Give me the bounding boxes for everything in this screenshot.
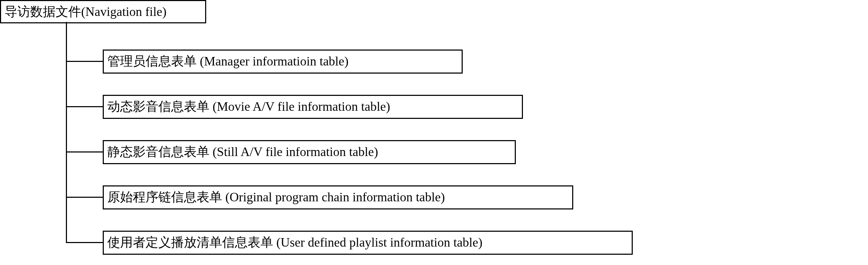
child-label: 动态影音信息表单 (Movie A/V file information tab…: [104, 96, 522, 117]
diagram-canvas: 导访数据文件(Navigation file) 管理员信息表单 (Manager…: [0, 0, 868, 265]
child-node-original-pgc: 原始程序链信息表单 (Original program chain inform…: [103, 185, 573, 209]
connector-h-1: [66, 106, 103, 107]
connector-h-4: [66, 242, 103, 243]
connector-h-0: [66, 61, 103, 62]
child-node-movie-av: 动态影音信息表单 (Movie A/V file information tab…: [103, 95, 523, 119]
child-label: 原始程序链信息表单 (Original program chain inform…: [104, 186, 572, 208]
root-label: 导访数据文件(Navigation file): [1, 1, 205, 22]
child-node-user-playlist: 使用者定义播放清单信息表单 (User defined playlist inf…: [103, 231, 633, 255]
child-node-still-av: 静态影音信息表单 (Still A/V file information tab…: [103, 140, 516, 164]
connector-h-3: [66, 197, 103, 198]
connector-h-2: [66, 151, 103, 152]
root-node: 导访数据文件(Navigation file): [0, 0, 206, 23]
connector-vertical: [66, 22, 67, 242]
child-node-manager-info: 管理员信息表单 (Manager informatioin table): [103, 50, 463, 74]
child-label: 管理员信息表单 (Manager informatioin table): [104, 51, 462, 72]
child-label: 使用者定义播放清单信息表单 (User defined playlist inf…: [104, 232, 632, 253]
child-label: 静态影音信息表单 (Still A/V file information tab…: [104, 141, 515, 162]
